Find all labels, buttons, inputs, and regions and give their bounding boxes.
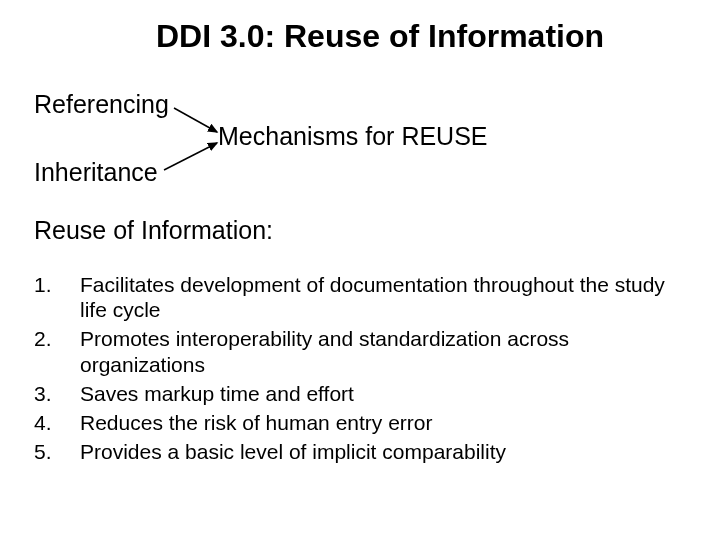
list-number: 5. xyxy=(34,439,80,464)
referencing-label: Referencing xyxy=(34,90,169,119)
list-text: Saves markup time and effort xyxy=(80,381,354,406)
reuse-subheading: Reuse of Information: xyxy=(34,216,273,245)
list-number: 2. xyxy=(34,326,80,351)
list-item: 5. Provides a basic level of implicit co… xyxy=(34,439,684,464)
list-text: Facilitates development of documentation… xyxy=(80,272,684,322)
svg-line-1 xyxy=(164,143,217,170)
list-item: 1. Facilitates development of documentat… xyxy=(34,272,684,322)
list-number: 4. xyxy=(34,410,80,435)
mechanisms-diagram: Referencing Inheritance Mechanisms for R… xyxy=(34,90,674,190)
list-text: Promotes interoperability and standardiz… xyxy=(80,326,684,376)
svg-line-0 xyxy=(174,108,217,132)
list-item: 4. Reduces the risk of human entry error xyxy=(34,410,684,435)
list-item: 3. Saves markup time and effort xyxy=(34,381,684,406)
list-item: 2. Promotes interoperability and standar… xyxy=(34,326,684,376)
reuse-list: 1. Facilitates development of documentat… xyxy=(34,272,684,468)
list-text: Provides a basic level of implicit compa… xyxy=(80,439,506,464)
mechanisms-target-label: Mechanisms for REUSE xyxy=(218,122,488,151)
inheritance-label: Inheritance xyxy=(34,158,158,187)
page-title: DDI 3.0: Reuse of Information xyxy=(0,18,720,55)
list-text: Reduces the risk of human entry error xyxy=(80,410,433,435)
list-number: 3. xyxy=(34,381,80,406)
list-number: 1. xyxy=(34,272,80,297)
